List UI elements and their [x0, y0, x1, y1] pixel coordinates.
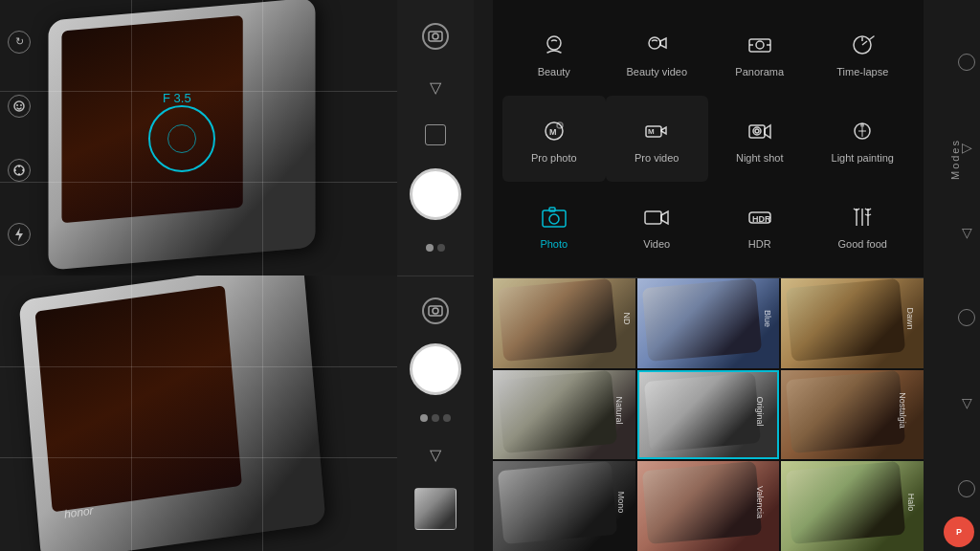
filter-halo-label: Halo	[907, 494, 917, 512]
shutter-button-top[interactable]	[410, 168, 461, 220]
format-square-icon[interactable]	[425, 124, 446, 145]
filter-nd-label: ND	[621, 313, 631, 325]
phone-screen-top	[61, 15, 242, 223]
filter-original[interactable]: Original	[637, 370, 780, 460]
chevron-down-icon-1[interactable]: ▽	[962, 225, 972, 240]
middle-controls-bottom: ▽	[397, 276, 474, 552]
flash-icon[interactable]	[8, 223, 31, 246]
mode-time-lapse[interactable]: Time-lapse	[812, 10, 915, 96]
right-circle-1	[958, 54, 975, 71]
filter-nostalgia-label: Nostalgia	[898, 392, 907, 429]
phone-screen-bottom	[35, 285, 242, 512]
viewfinder-bottom: honor Pro photo EV 0.0 S 720 ISO 400	[0, 276, 397, 551]
svg-rect-42	[549, 208, 555, 211]
mode-beauty-video[interactable]: Beauty video	[606, 10, 709, 96]
beauty-icon	[537, 28, 571, 62]
dot-indicator-1	[426, 244, 434, 252]
filter-mono[interactable]: Mono	[493, 461, 635, 551]
mode-video[interactable]: Video	[606, 182, 709, 268]
switch-camera-icon-bottom[interactable]	[422, 298, 449, 324]
chevron-down-icon-2[interactable]: ▽	[962, 395, 972, 410]
watermark-logo: P	[944, 517, 974, 547]
mode-light-painting[interactable]: Light painting	[812, 96, 915, 182]
svg-point-16	[433, 33, 438, 39]
mode-good-food[interactable]: Good food	[812, 182, 915, 268]
svg-point-22	[756, 41, 764, 49]
viewfinder-top: F 3.5 ↻	[0, 0, 397, 276]
filter-valencia-label: Valencia	[755, 486, 765, 518]
filter-valencia[interactable]: Valencia	[637, 461, 780, 551]
filter-natural[interactable]: Natural	[493, 370, 635, 460]
light-painting-label: Light painting	[832, 152, 894, 164]
last-photo-thumbnail[interactable]	[414, 488, 457, 530]
mode-panorama[interactable]: Panorama	[708, 10, 812, 96]
filter-thumb-mono	[493, 461, 635, 551]
filter-thumb-blue	[637, 278, 780, 368]
mode-pro-video[interactable]: M Pro video	[606, 96, 709, 182]
light-painting-icon	[845, 114, 880, 148]
modes-grid: Beauty Beauty video	[493, 0, 924, 277]
photo-icon	[537, 200, 571, 234]
left-sidebar-top: ↻	[5, 0, 33, 276]
svg-point-37	[860, 123, 864, 127]
filter-thumb-halo	[781, 461, 924, 551]
mode-night-shot[interactable]: Night shot	[708, 96, 812, 182]
filter-blue[interactable]: Blue	[637, 278, 780, 368]
video-label: Video	[643, 238, 670, 250]
mode-pro-photo[interactable]: M Pro photo	[502, 96, 606, 182]
aperture-label: F 3.5	[163, 91, 191, 105]
beauty-video-label: Beauty video	[626, 66, 687, 77]
good-food-icon	[845, 200, 880, 234]
dot-indicator-5	[443, 414, 451, 422]
rotate-icon[interactable]: ↻	[8, 31, 31, 54]
filter-mono-label: Mono	[616, 492, 626, 514]
svg-point-20	[649, 37, 660, 49]
middle-controls-top: ▽	[397, 0, 474, 276]
video-icon	[639, 200, 674, 234]
left-panel: F 3.5 ↻	[0, 0, 397, 551]
right-circle-3	[958, 480, 975, 497]
filter-blue-label: Blue	[763, 310, 772, 327]
svg-text:M: M	[648, 127, 655, 136]
filter-thumb-nd	[493, 278, 635, 368]
svg-point-34	[753, 127, 761, 135]
face-detect-icon[interactable]	[8, 95, 31, 118]
switch-camera-icon-top[interactable]	[422, 23, 449, 50]
dot-indicator-4	[432, 414, 439, 422]
svg-point-2	[20, 104, 22, 106]
filters-grid: ND Blue Dawn	[493, 278, 924, 551]
filter-halo[interactable]: Halo	[781, 461, 924, 551]
svg-point-35	[755, 129, 759, 133]
pokde-watermark: P	[944, 517, 974, 547]
filter-dawn[interactable]: Dawn	[781, 278, 924, 368]
phone-mockup-bottom: honor	[18, 276, 325, 551]
filter-original-label: Original	[755, 396, 765, 426]
panorama-icon	[743, 28, 777, 62]
time-lapse-icon	[845, 28, 880, 62]
good-food-label: Good food	[838, 238, 887, 250]
svg-point-41	[549, 214, 559, 224]
panorama-label: Panorama	[735, 66, 784, 77]
time-lapse-label: Time-lapse	[836, 66, 888, 77]
shutter-button-bottom[interactable]	[410, 343, 461, 395]
effects-icon[interactable]	[8, 159, 31, 182]
mode-beauty[interactable]: Beauty	[502, 10, 606, 96]
filter-nostalgia[interactable]: Nostalgia	[781, 370, 924, 460]
photo-label: Photo	[540, 238, 568, 250]
pro-video-icon: M	[639, 114, 674, 148]
svg-marker-8	[15, 228, 23, 241]
filter-thumb-dawn	[781, 278, 924, 368]
svg-text:M: M	[549, 127, 557, 137]
mode-photo[interactable]: Photo	[502, 182, 606, 268]
mode-hdr[interactable]: HDR HDR	[708, 182, 812, 268]
dot-indicator-3	[420, 414, 428, 422]
filter-nd[interactable]: ND	[493, 278, 635, 368]
nav-down-icon-bottom[interactable]: ▽	[422, 442, 449, 469]
chevron-right-icon-1[interactable]: ▷	[962, 140, 972, 155]
pro-photo-icon: M	[537, 114, 571, 148]
hdr-icon: HDR	[743, 200, 777, 234]
middle-panel: ▽ ▽	[397, 0, 474, 551]
svg-point-19	[547, 36, 561, 50]
pro-photo-label-mode: Pro photo	[531, 152, 577, 164]
nav-down-icon-top[interactable]: ▽	[422, 74, 449, 100]
